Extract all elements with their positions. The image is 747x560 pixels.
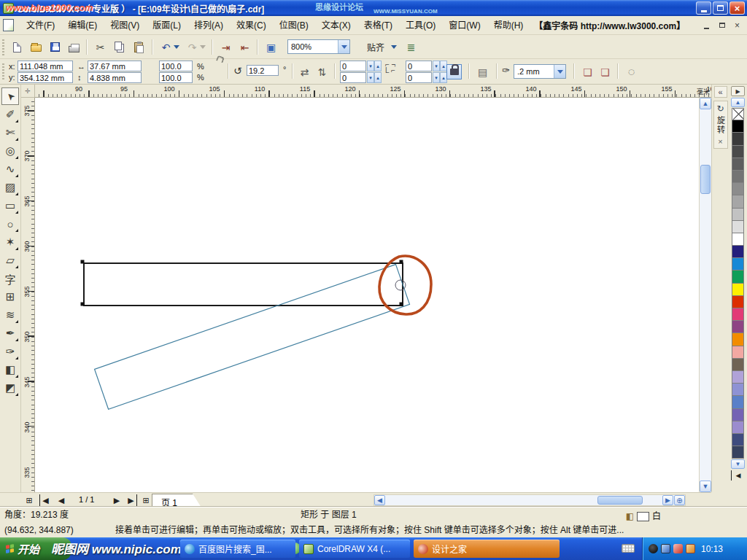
print-button[interactable] [66,39,82,55]
zoom-tool[interactable]: ◎ [1,142,19,160]
blend-tool[interactable]: ≋ [1,306,19,324]
freehand-tool[interactable]: ∿ [1,160,19,178]
new-button[interactable] [9,39,26,55]
interactive-fill-tool[interactable]: ◩ [1,379,19,397]
application-launcher-button[interactable]: ▣ [263,39,279,55]
corner-br-input[interactable] [406,72,432,83]
height-input[interactable] [88,72,142,83]
task-shejizhijia[interactable]: 设计之家 [414,540,560,558]
crop-tool[interactable]: ✄ [1,124,19,141]
handle-top-right[interactable] [400,260,403,264]
swatch-1789d6[interactable] [732,258,744,271]
eyedropper-tool[interactable]: ✒ [1,324,19,342]
maximize-button[interactable] [713,1,728,15]
convert-to-curves-button[interactable]: ◌ [623,63,640,80]
swatch-8e92d4[interactable] [732,384,744,396]
selected-rectangle-shape[interactable] [84,263,403,306]
undo-dropdown[interactable] [172,39,181,55]
swatch-5a80c8[interactable] [732,396,744,408]
swatch-c2c2c2[interactable] [732,209,744,221]
to-front-button[interactable]: ❏ [579,63,596,80]
menu-edit[interactable]: 编辑(E) [61,20,104,31]
outline-width-combo[interactable]: .2 mm [514,64,566,79]
swatch-f2a8a2[interactable] [732,346,744,359]
security-tray-icon[interactable] [673,544,683,553]
pan-zoom-button[interactable]: ⊕ [674,495,685,505]
redo-dropdown[interactable] [198,39,207,55]
selection-handles[interactable] [81,260,403,306]
save-button[interactable] [47,39,63,55]
scale-h-input[interactable] [159,61,193,71]
swatch-8e4484[interactable] [732,321,744,333]
drawing-svg[interactable] [35,98,699,492]
doc-close-button[interactable]: × [732,20,743,30]
vertical-scrollbar[interactable]: ▲ ▼ [699,98,711,492]
menu-text[interactable]: 文本(X) [315,20,357,31]
rotation-angle-input[interactable] [247,65,279,76]
horizontal-scrollbar[interactable]: ◀ ▶ ⊕ [374,494,686,506]
swatch-9b8cce[interactable] [732,421,744,434]
rotated-outline-preview[interactable] [95,265,410,410]
first-page-button[interactable]: ◀ [39,494,51,506]
scale-v-input[interactable] [159,72,193,83]
wrap-text-button[interactable]: ▤ [474,63,491,80]
swatch-dedede[interactable] [732,221,744,233]
previous-page-button[interactable]: ◀ [55,494,67,506]
dict-tray-icon[interactable] [686,544,695,553]
menu-layout[interactable]: 版面(L) [146,20,187,31]
swatch-dc2e00[interactable] [732,296,744,308]
add-page-button-left[interactable]: ⊞ [23,494,35,506]
ruler-origin[interactable]: ✛ [21,85,35,98]
menu-window[interactable]: 窗口(W) [442,20,487,31]
hscroll-thumb[interactable] [597,496,643,505]
input-method-icon[interactable] [622,544,635,553]
swatch-b0a2d8[interactable] [732,371,744,384]
toolbar-drag-handle[interactable] [2,39,4,55]
handle-bottom-left[interactable] [81,303,85,306]
menu-bitmaps[interactable]: 位图(B) [273,20,315,31]
options-button[interactable]: ≣ [403,39,419,55]
scroll-right-button[interactable]: ▶ [662,495,673,505]
vertical-ruler[interactable]: 375370365360355350345340335 [21,98,35,492]
corner-tl-up[interactable]: ▴ [374,61,382,71]
ellipse-tool[interactable]: ○ [1,215,19,233]
import-button[interactable]: ⇥ [217,39,234,55]
table-tool[interactable]: ⊞ [1,288,19,306]
scroll-down-button[interactable]: ▼ [700,481,711,492]
horizontal-ruler[interactable]: 毫米 9095100105110115120125130135140145150… [35,85,711,98]
text-tool[interactable]: 字 [1,270,19,287]
cut-button[interactable]: ✂ [92,39,109,55]
drawing-canvas[interactable] [35,98,699,492]
swatch-3f4c7e[interactable] [732,434,744,446]
network-tray-icon[interactable] [661,544,670,553]
doc-minimize-button[interactable] [701,20,712,30]
corner-bl-down[interactable]: ▾ [367,72,374,83]
paste-button[interactable] [130,39,147,55]
corner-tr-down[interactable]: ▾ [433,61,440,71]
menu-view[interactable]: 视图(V) [104,20,146,31]
polygon-tool[interactable]: ✶ [1,233,19,251]
swatch-none[interactable] [732,108,744,120]
close-button[interactable]: × [729,1,745,15]
corner-tr-input[interactable] [406,61,432,71]
snap-to-button[interactable]: 贴齐 [363,39,388,55]
swatch-3b3b3b[interactable] [732,133,744,145]
swatch-241f7c[interactable] [732,246,744,258]
qq-tray-icon[interactable] [649,544,658,553]
swatch-4a4a4a[interactable] [732,146,744,158]
menu-effects[interactable]: 效果(C) [230,20,273,31]
menu-tools[interactable]: 工具(O) [399,20,442,31]
page-tab[interactable]: 页 1 [152,494,201,508]
copy-button[interactable] [111,39,128,55]
palette-expand-button[interactable]: ◀ [731,470,745,481]
rectangle-tool[interactable]: ▭ [1,197,19,214]
next-page-button[interactable]: ▶ [111,494,123,506]
swatch-f28c00[interactable] [732,333,744,346]
snap-dropdown[interactable] [390,39,398,55]
menu-help[interactable]: 帮助(H) [487,20,530,31]
x-position-input[interactable] [18,61,73,71]
docker-tab-rotate[interactable]: ↻ 旋转 × [713,101,728,149]
swatch-5e5e5e[interactable] [732,158,744,171]
task-baidu[interactable]: 百度图片搜索_国... [180,540,295,558]
docker-close-icon[interactable]: × [718,137,722,146]
